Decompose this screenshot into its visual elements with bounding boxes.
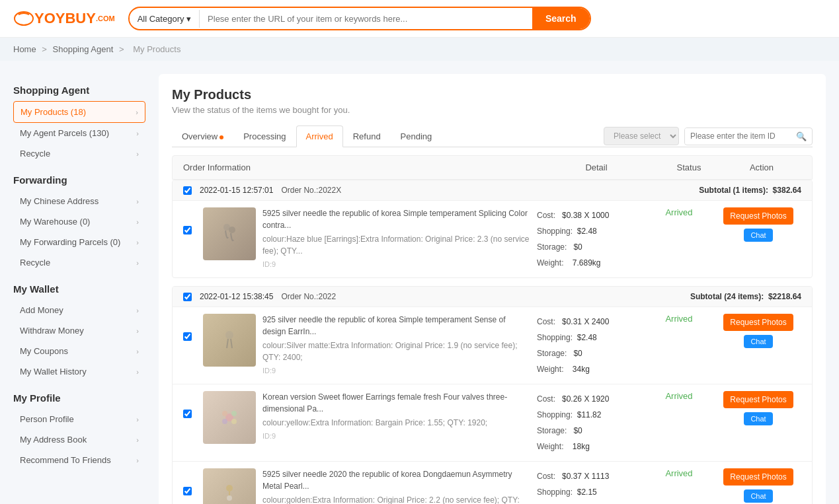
header: YOYBUY.COM All Category ▾ Search (0, 0, 839, 38)
item-2-3-cost: Cost: $0.37 X 1113 (537, 468, 643, 484)
chevron-icon: › (136, 238, 139, 246)
sidebar-section-profile: My Profile (13, 392, 145, 404)
sidebar-item-chinese-address[interactable]: My Chinese Address › (13, 191, 145, 211)
table-row: 925 silver needle the republic of korea … (173, 306, 812, 384)
item-2-3-request-photos-btn[interactable]: Request Photos (723, 468, 793, 486)
sidebar-item-my-products[interactable]: My Products (18) › (13, 101, 145, 123)
item-2-2-checkbox[interactable] (183, 410, 192, 418)
order-2-no: Order No.:2022 (281, 292, 336, 301)
tab-pending[interactable]: Pending (391, 126, 442, 147)
sidebar-item-person-profile-label: Person Profile (20, 414, 136, 424)
sidebar-item-recommend-friends-label: Recommend To Friends (20, 455, 136, 465)
chevron-icon: › (136, 415, 139, 423)
main-layout: Shopping Agent My Products (18) › My Age… (0, 61, 839, 504)
col-order-info: Order Information (183, 162, 537, 172)
item-1-detail: Cost: $0.38 X 1000 Shopping: $2.48 Stora… (537, 207, 643, 271)
breadcrumb-sep2: > (119, 44, 126, 54)
chevron-icon: › (136, 327, 139, 335)
item-2-3-checkbox[interactable] (183, 487, 192, 495)
item-2-2-request-photos-btn[interactable]: Request Photos (723, 391, 793, 408)
logo-text-yoy: YOY (34, 10, 65, 27)
item-1-id: ID:9 (262, 259, 530, 270)
item-id-input[interactable] (685, 128, 791, 144)
order-2-date: 2022-01-12 15:38:45 (200, 292, 273, 301)
sidebar-item-person-profile[interactable]: Person Profile › (13, 409, 145, 429)
item-2-3-detail: Cost: $0.37 X 1113 Shopping: $2.15 Stora… (537, 468, 643, 504)
table-row: 5925 silver needle the republic of korea… (173, 200, 812, 277)
tab-processing[interactable]: Processing (233, 126, 296, 147)
item-2-2-action: Request Photos Chat (715, 391, 801, 425)
sidebar-item-warehouse[interactable]: My Warehouse (0) › (13, 211, 145, 232)
status-filter-select[interactable]: Please select (604, 127, 679, 145)
order-1-no: Order No.:2022X (281, 186, 341, 195)
tab-arrived[interactable]: Arrived (296, 126, 343, 147)
earring-icon (216, 221, 243, 247)
item-1-request-photos-btn[interactable]: Request Photos (723, 207, 793, 225)
search-button[interactable]: Search (532, 8, 590, 29)
item-2-2-id: ID:9 (262, 431, 530, 442)
sidebar-item-recommend-friends[interactable]: Recommend To Friends › (13, 450, 145, 470)
item-2-1-checkbox[interactable] (183, 332, 192, 341)
svg-point-3 (225, 331, 233, 339)
svg-point-5 (222, 411, 227, 416)
order-1-date: 2022-01-15 12:57:01 (200, 186, 273, 195)
item-2-2-image (203, 391, 256, 444)
item-2-3-storage: Storage: $0 (537, 500, 643, 504)
tab-refund[interactable]: Refund (343, 126, 391, 147)
item-2-3-image (203, 468, 256, 504)
item-2-1-weight: Weight: 34kg (537, 361, 643, 377)
sidebar-item-forwarding-parcels[interactable]: My Forwarding Parcels (0) › (13, 232, 145, 252)
order-header-1: 2022-01-15 12:57:01 Order No.:2022X Subt… (173, 180, 812, 200)
chevron-icon: › (136, 306, 139, 314)
item-1-shipping: Shopping: $2.48 (537, 223, 643, 239)
sidebar-item-agent-parcels[interactable]: My Agent Parcels (130) › (13, 123, 145, 143)
category-dropdown[interactable]: All Category ▾ (130, 10, 200, 28)
item-2-2-check-wrap (183, 391, 196, 418)
item-2-2-detail: Cost: $0.26 X 1920 Shopping: $11.82 Stor… (537, 391, 643, 454)
sidebar-item-coupons-label: My Coupons (20, 346, 136, 356)
tab-filters: Please select 🔍 (604, 127, 813, 145)
order-1-checkbox[interactable] (183, 186, 192, 195)
breadcrumb: Home > Shopping Agent > My Products (0, 38, 839, 61)
breadcrumb-sep1: > (42, 44, 49, 54)
item-2-1-detail: Cost: $0.31 X 2400 Shopping: $2.48 Stora… (537, 314, 643, 377)
item-2-2-thumbnail (203, 391, 256, 444)
sidebar-section-forwarding: Forwarding (13, 174, 145, 186)
page-title: My Products (172, 87, 813, 102)
sidebar-item-chinese-address-label: My Chinese Address (20, 196, 136, 206)
item-1-checkbox-wrap (183, 207, 196, 234)
item-2-2-color: colour:yellow:Extra Information: Bargain… (262, 417, 530, 429)
sidebar-item-coupons[interactable]: My Coupons › (13, 341, 145, 361)
search-icon[interactable]: 🔍 (791, 128, 812, 145)
sidebar-item-address-book-label: My Address Book (20, 435, 136, 445)
search-input[interactable] (200, 10, 532, 28)
tab-overview[interactable]: Overview (172, 126, 233, 147)
breadcrumb-home[interactable]: Home (13, 44, 36, 54)
item-2-3-description: 5925 silver needle 2020 the republic of … (262, 468, 530, 504)
item-1-thumbnail (203, 207, 256, 260)
item-2-2-cost: Cost: $0.26 X 1920 (537, 391, 643, 407)
sidebar-section-wallet: My Wallet (13, 283, 145, 295)
svg-point-7 (222, 419, 227, 424)
sidebar-item-warehouse-label: My Warehouse (0) (20, 217, 136, 227)
item-1-checkbox[interactable] (183, 226, 192, 234)
item-2-3-chat-btn[interactable]: Chat (744, 489, 772, 503)
order-header-2: 2022-01-12 15:38:45 Order No.:2022 Subto… (173, 287, 812, 306)
order-block-1: 2022-01-15 12:57:01 Order No.:2022X Subt… (172, 180, 813, 278)
breadcrumb-shopping-agent[interactable]: Shopping Agent (53, 44, 114, 54)
item-2-2-title: Korean version Sweet flower Earrings fem… (262, 391, 530, 415)
item-1-title: 5925 silver needle the republic of korea… (262, 207, 530, 231)
sidebar-item-recycle-shopping[interactable]: Recycle › (13, 143, 145, 164)
sidebar-item-address-book[interactable]: My Address Book › (13, 429, 145, 450)
item-2-2-chat-btn[interactable]: Chat (744, 412, 772, 425)
sidebar-item-add-money[interactable]: Add Money › (13, 300, 145, 320)
sidebar-item-wallet-history[interactable]: My Wallet History › (13, 361, 145, 382)
order-block-2: 2022-01-12 15:38:45 Order No.:2022 Subto… (172, 286, 813, 504)
sidebar-item-withdraw-money[interactable]: Withdraw Money › (13, 320, 145, 341)
order-2-checkbox[interactable] (183, 293, 192, 301)
logo: YOYBUY.COM (13, 9, 115, 28)
item-2-1-request-photos-btn[interactable]: Request Photos (723, 314, 793, 331)
item-1-chat-btn[interactable]: Chat (744, 229, 772, 242)
sidebar-item-recycle-forwarding[interactable]: Recycle › (13, 252, 145, 273)
item-2-1-chat-btn[interactable]: Chat (744, 335, 772, 348)
